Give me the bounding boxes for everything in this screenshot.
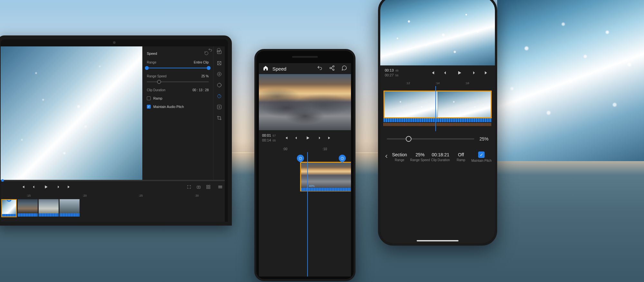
transport-controls <box>21 185 71 189</box>
ramp-checkbox-row[interactable]: Ramp <box>147 96 209 100</box>
step-fwd-icon[interactable] <box>55 185 60 189</box>
prev-icon[interactable] <box>284 136 288 140</box>
play-icon[interactable] <box>44 185 48 189</box>
large-preview-crop <box>497 0 644 161</box>
next-icon[interactable] <box>67 185 71 189</box>
undo-icon[interactable] <box>317 65 323 72</box>
timeline-clip[interactable] <box>39 199 59 217</box>
android-header: Speed <box>259 63 351 74</box>
iphone-timeline[interactable] <box>380 86 495 131</box>
step-back-icon[interactable] <box>295 136 299 140</box>
back-icon[interactable] <box>384 153 389 160</box>
menu-icon[interactable] <box>218 186 222 189</box>
pitch-checkbox[interactable] <box>147 105 151 109</box>
tablet-title-actions <box>208 48 221 53</box>
svg-point-5 <box>217 94 221 98</box>
svg-point-13 <box>8 199 10 200</box>
next-icon[interactable] <box>327 136 332 140</box>
step-fwd-icon[interactable] <box>470 70 476 75</box>
ramp-checkbox[interactable] <box>147 96 151 100</box>
speed-label: Range Speed <box>147 74 166 78</box>
transform-icon[interactable] <box>217 61 222 66</box>
playhead[interactable] <box>307 152 308 277</box>
range-label: Range <box>147 61 156 64</box>
timeline-clip[interactable] <box>1 199 17 217</box>
step-back-icon[interactable] <box>443 70 449 75</box>
crop-icon[interactable] <box>217 115 222 121</box>
android-title: Speed <box>272 66 286 72</box>
svg-rect-11 <box>207 187 208 189</box>
step-back-icon[interactable] <box>32 185 37 189</box>
svg-rect-7 <box>197 186 201 189</box>
iphone-ruler[interactable]: :12 :14 :16 <box>380 80 495 86</box>
tablet-device: Speed Range Entire Clip <box>0 35 232 226</box>
svg-point-16 <box>333 69 334 71</box>
share-icon[interactable] <box>329 65 335 72</box>
video-preview[interactable] <box>1 46 142 180</box>
add-icon[interactable] <box>217 104 222 110</box>
iphone-device: 00:13 48 00:27 56 :12 :14 :16 <box>378 0 497 246</box>
speed-slider[interactable] <box>147 80 209 84</box>
step-fwd-icon[interactable] <box>317 136 321 140</box>
undo-icon[interactable] <box>208 48 213 53</box>
panel-title: Speed <box>147 52 157 55</box>
duration-value: 00 : 13 : 28 <box>193 88 209 92</box>
iphone-timecode: 00:13 48 00:27 56 <box>380 68 399 78</box>
pitch-checkbox[interactable]: ✓ <box>478 151 485 158</box>
speed-value: 25 % <box>201 74 209 78</box>
svg-point-2 <box>217 72 221 76</box>
comment-icon[interactable] <box>216 48 221 53</box>
grid-icon[interactable] <box>206 185 211 189</box>
audio-icon[interactable] <box>217 72 222 77</box>
pitch-option[interactable]: ✓ Maintain Pitch <box>471 151 492 162</box>
speed-pct: 25% <box>479 136 488 141</box>
duration-label: Clip Duration <box>147 88 166 92</box>
range-speed-option[interactable]: 25% Range Speed <box>410 152 431 162</box>
android-timeline[interactable]: 40% <box>259 152 351 277</box>
timeline-clip[interactable] <box>60 199 80 217</box>
color-icon[interactable] <box>217 83 222 88</box>
range-value: Entire Clip <box>194 61 209 64</box>
snapshot-icon[interactable] <box>196 185 201 189</box>
next-icon[interactable] <box>484 70 489 75</box>
android-screen: Speed 00:01 57 00:14 05 :00 :10 <box>259 63 351 277</box>
play-icon[interactable] <box>457 70 462 75</box>
svg-rect-9 <box>207 185 208 187</box>
comment-icon[interactable] <box>341 65 347 72</box>
prev-icon[interactable] <box>430 70 435 75</box>
range-in-marker[interactable] <box>297 155 304 162</box>
timeline[interactable] <box>1 199 225 222</box>
speed-options-bar: Section Range 25% Range Speed 00:18:21 C… <box>380 147 495 167</box>
android-preview[interactable] <box>259 74 351 130</box>
home-icon[interactable] <box>263 65 269 72</box>
play-icon[interactable] <box>306 136 310 140</box>
android-timecode: 00:01 57 00:14 05 <box>259 133 276 143</box>
speed-panel: Speed Range Entire Clip <box>142 46 213 180</box>
svg-point-15 <box>330 67 331 69</box>
android-ruler[interactable]: :00 :10 <box>259 146 351 152</box>
svg-point-14 <box>333 66 334 67</box>
ramp-option[interactable]: Off Ramp <box>451 152 471 162</box>
iphone-clip-strip[interactable] <box>384 91 492 118</box>
android-device: Speed 00:01 57 00:14 05 :00 :10 <box>254 49 355 281</box>
timeline-clip[interactable] <box>18 199 38 217</box>
svg-point-3 <box>219 73 220 75</box>
range-slider[interactable] <box>147 66 209 70</box>
speed-slider[interactable]: 25% <box>380 131 495 147</box>
fullscreen-icon[interactable] <box>187 185 191 189</box>
range-out-marker[interactable] <box>339 155 346 162</box>
iphone-preview[interactable] <box>380 0 495 65</box>
timeline-ruler[interactable]: :15 :20 :25 :30 <box>1 193 225 199</box>
android-clip[interactable]: 40% <box>300 162 351 191</box>
home-indicator[interactable] <box>417 240 459 241</box>
scrubber[interactable] <box>1 180 225 181</box>
iphone-audio-waves <box>384 118 492 127</box>
prev-icon[interactable] <box>21 185 25 189</box>
clip-duration-option[interactable]: 00:18:21 Clip Duration <box>430 152 451 162</box>
pitch-label: Maintain Audio Pitch <box>153 105 184 109</box>
speed-icon[interactable] <box>217 93 222 99</box>
playhead[interactable] <box>435 86 436 131</box>
svg-rect-12 <box>209 187 210 189</box>
pitch-checkbox-row[interactable]: Maintain Audio Pitch <box>147 105 209 109</box>
range-option[interactable]: Section Range <box>389 152 410 162</box>
